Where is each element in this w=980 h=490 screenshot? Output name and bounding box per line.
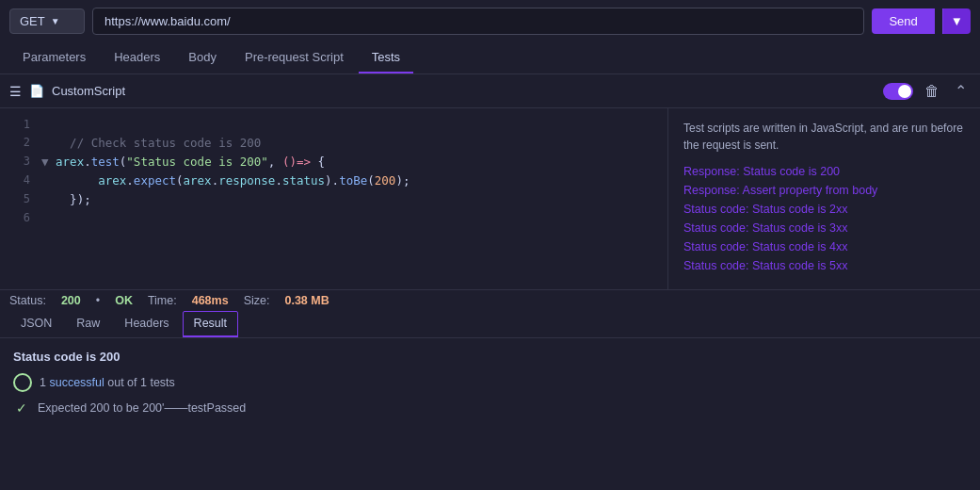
size-label: Size: [244, 294, 270, 307]
script-header-left: ☰ 📄 CustomScript [9, 84, 125, 99]
script-file-icon: 📄 [29, 84, 44, 98]
request-tabs: Parameters Headers Body Pre-request Scri… [0, 42, 980, 74]
result-tab-json[interactable]: JSON [9, 311, 63, 337]
test-summary: 1 successful out of 1 tests [40, 376, 175, 389]
snippet-status-200[interactable]: Response: Status code is 200 [683, 165, 965, 178]
test-detail-row: ✓ Expected 200 to be 200'——testPassed [13, 400, 967, 416]
snippet-status-5xx[interactable]: Status code: Status code is 5xx [683, 259, 965, 272]
script-header: ☰ 📄 CustomScript 🗑 ⌃ [0, 74, 980, 108]
method-select[interactable]: GET ▼ [9, 8, 85, 34]
script-title: CustomScript [52, 84, 125, 98]
result-tab-headers[interactable]: Headers [113, 311, 180, 337]
script-section: ☰ 📄 CustomScript 🗑 ⌃ 1 2 // Check status… [0, 74, 980, 289]
snippet-status-4xx[interactable]: Status code: Status code is 4xx [683, 240, 965, 253]
result-section-title: Status code is 200 [13, 350, 967, 364]
tab-prerequest[interactable]: Pre-request Script [232, 42, 357, 74]
snippet-sidebar: Test scripts are written in JavaScript, … [668, 108, 980, 289]
code-line-4: 4 arex.expect(arex.response.status).toBe… [0, 172, 667, 190]
url-bar: GET ▼ Send ▼ [0, 0, 980, 42]
test-link[interactable]: successful [49, 376, 104, 389]
send-dropdown-button[interactable]: ▼ [942, 8, 971, 34]
method-chevron-icon: ▼ [51, 16, 60, 26]
code-editor[interactable]: 1 2 // Check status code is 200 3 ▼ arex… [0, 108, 668, 289]
size-value: 0.38 MB [284, 294, 329, 307]
editor-area: 1 2 // Check status code is 200 3 ▼ arex… [0, 108, 980, 289]
checkmark-icon: ✓ [13, 400, 30, 416]
status-ok: OK [115, 294, 133, 307]
url-input[interactable] [92, 8, 864, 35]
result-tab-raw[interactable]: Raw [65, 311, 111, 337]
tab-parameters[interactable]: Parameters [9, 42, 99, 74]
status-label: Status: [9, 294, 46, 307]
code-line-6: 6 [0, 209, 667, 227]
send-button[interactable]: Send [872, 8, 934, 34]
code-line-5: 5 }); [0, 190, 667, 209]
tab-tests[interactable]: Tests [359, 42, 413, 74]
code-line-3: 3 ▼ arex.test("Status code is 200", ()=>… [0, 153, 667, 172]
snippet-status-3xx[interactable]: Status code: Status code is 3xx [683, 221, 965, 235]
status-code: 200 [61, 294, 81, 307]
tab-headers[interactable]: Headers [101, 42, 173, 74]
success-circle-icon [13, 373, 32, 392]
time-value: 468ms [192, 294, 229, 307]
status-bar: Status: 200 • OK Time: 468ms Size: 0.38 … [0, 289, 980, 311]
code-line-2: 2 // Check status code is 200 [0, 134, 667, 153]
time-label: Time: [148, 294, 177, 307]
result-tab-result[interactable]: Result [183, 311, 238, 337]
script-header-right: 🗑 ⌃ [883, 80, 971, 102]
delete-icon[interactable]: 🗑 [921, 81, 943, 102]
script-toggle[interactable] [883, 83, 913, 100]
code-line-1: 1 [0, 116, 667, 134]
snippet-assert-property[interactable]: Response: Assert property from body [683, 184, 965, 197]
snippet-status-2xx[interactable]: Status code: Status code is 2xx [683, 203, 965, 216]
result-tabs: JSON Raw Headers Result [0, 311, 980, 338]
script-menu-icon[interactable]: ☰ [9, 84, 22, 99]
method-label: GET [20, 14, 45, 28]
snippet-intro: Test scripts are written in JavaScript, … [683, 120, 965, 154]
result-panel: Status code is 200 1 successful out of 1… [0, 338, 980, 435]
tab-body[interactable]: Body [175, 42, 230, 74]
test-detail: Expected 200 to be 200'——testPassed [38, 401, 246, 415]
collapse-icon[interactable]: ⌃ [951, 80, 971, 102]
test-summary-row: 1 successful out of 1 tests [13, 373, 967, 392]
